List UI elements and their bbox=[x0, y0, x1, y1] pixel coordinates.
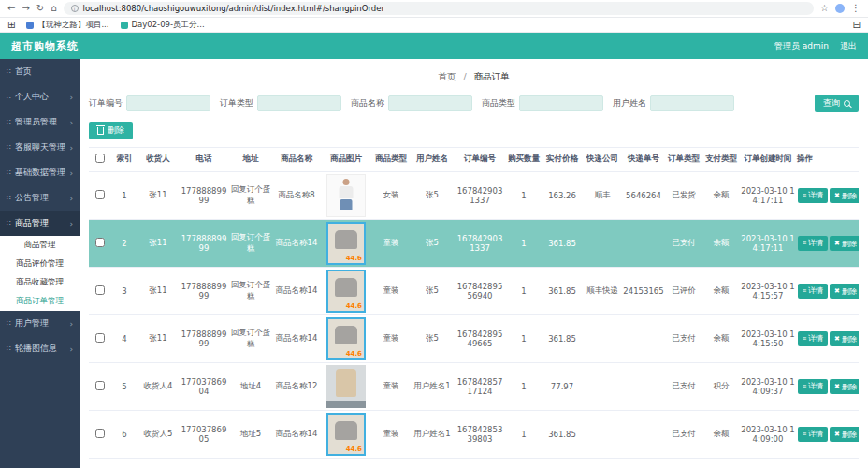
column-header: 快递单号 bbox=[622, 148, 665, 172]
select-all-checkbox[interactable] bbox=[95, 154, 105, 163]
browser-menu-icon[interactable]: ⋮ bbox=[851, 4, 861, 13]
delete-button[interactable]: ✖删除 bbox=[830, 427, 859, 442]
sidebar-item[interactable]: ∷首页 bbox=[0, 59, 80, 84]
cell-address: 回复订个蛋糕 bbox=[229, 220, 272, 268]
cell-express-company: 顺丰快递 bbox=[583, 268, 622, 315]
list-icon: ≡ bbox=[803, 240, 806, 246]
cell-product-name: 商品名称8 bbox=[272, 172, 321, 220]
sidebar-item[interactable]: ∷轮播图信息› bbox=[0, 336, 80, 361]
bookmark-item[interactable]: Day02-09-员工分... bbox=[121, 20, 205, 31]
product-image[interactable] bbox=[326, 365, 366, 408]
cell-pay-type: 余额 bbox=[702, 220, 740, 268]
sidebar-subitem[interactable]: 商品管理 bbox=[0, 236, 80, 255]
menu-grid-icon: ∷ bbox=[7, 67, 11, 76]
detail-button[interactable]: ≡详情 bbox=[798, 379, 828, 394]
detail-button[interactable]: ≡详情 bbox=[798, 236, 828, 251]
cell-price: 361.85 bbox=[542, 268, 583, 315]
cell-address: 回复订个蛋糕 bbox=[229, 315, 272, 363]
sidebar-item[interactable]: ∷商品管理› bbox=[0, 211, 80, 236]
site-info-icon[interactable]: i bbox=[71, 5, 79, 12]
cell-product-type: 童装 bbox=[371, 363, 411, 411]
cell-index: 1 bbox=[111, 172, 137, 220]
row-checkbox[interactable] bbox=[95, 429, 105, 438]
search-input[interactable] bbox=[257, 95, 341, 111]
row-checkbox[interactable] bbox=[95, 381, 105, 390]
detail-button[interactable]: ≡详情 bbox=[798, 427, 828, 442]
sidebar-subitem[interactable]: 商品评价管理 bbox=[0, 255, 80, 273]
cell-express-company: 顺丰 bbox=[583, 172, 622, 220]
breadcrumb-separator: / bbox=[463, 71, 466, 81]
product-image[interactable] bbox=[326, 270, 366, 313]
trash-icon: ✖ bbox=[834, 287, 840, 295]
cell-phone: 17788889999 bbox=[179, 315, 229, 363]
delete-button[interactable]: ✖删除 bbox=[830, 236, 859, 251]
forward-icon[interactable]: → bbox=[22, 4, 29, 13]
chevron-right-icon: › bbox=[69, 194, 73, 203]
detail-button[interactable]: ≡详情 bbox=[798, 188, 828, 203]
product-image[interactable] bbox=[326, 174, 366, 217]
delete-button[interactable]: ✖删除 bbox=[830, 379, 859, 394]
cell-user-name: 张5 bbox=[411, 220, 454, 268]
bookmark-favicon bbox=[121, 22, 128, 29]
breadcrumb-home[interactable]: 首页 bbox=[438, 71, 456, 81]
detail-button[interactable]: ≡详情 bbox=[798, 284, 828, 299]
cell-created: 2023-03-10 14:09:37 bbox=[740, 363, 796, 411]
column-header: 地址 bbox=[229, 148, 272, 172]
logout-button[interactable]: 退出 bbox=[840, 40, 857, 52]
menu-grid-icon: ∷ bbox=[7, 118, 11, 126]
sidebar-item[interactable]: ∷个人中心› bbox=[0, 84, 80, 110]
sidebar-item[interactable]: ∷客服聊天管理› bbox=[0, 135, 80, 160]
reading-list-icon[interactable]: ⊟ bbox=[853, 21, 861, 30]
product-image[interactable] bbox=[326, 413, 366, 456]
table-row: 2张1117788889999回复订个蛋糕商品名称14童装张5167842903… bbox=[89, 220, 859, 268]
search-button[interactable]: 查询 bbox=[815, 95, 859, 112]
sidebar-item[interactable]: ∷用户管理› bbox=[0, 311, 80, 336]
address-bar[interactable]: i localhost:8080/chaoshigouwuxitong/admi… bbox=[64, 2, 815, 15]
home-icon[interactable]: ⌂ bbox=[51, 4, 56, 13]
cell-express-company bbox=[583, 411, 622, 459]
refresh-icon[interactable]: ↻ bbox=[36, 4, 44, 13]
table-row: 4张1117788889999回复订个蛋糕商品名称14童装张5167842895… bbox=[89, 315, 859, 363]
sidebar-item[interactable]: ∷管理员管理› bbox=[0, 110, 80, 135]
table-header-row: 索引收货人电话地址商品名称商品图片商品类型用户姓名订单编号购买数量实付价格快递公… bbox=[89, 148, 859, 172]
cell-index: 2 bbox=[111, 220, 137, 268]
row-checkbox[interactable] bbox=[95, 333, 105, 343]
column-header: 商品名称 bbox=[272, 148, 321, 172]
back-icon[interactable]: ← bbox=[7, 4, 15, 13]
product-image[interactable] bbox=[326, 317, 366, 360]
sidebar-item[interactable]: ∷基础数据管理› bbox=[0, 160, 80, 185]
delete-button[interactable]: 删除 bbox=[89, 122, 133, 139]
search-input[interactable] bbox=[650, 95, 734, 111]
search-input[interactable] bbox=[126, 95, 210, 111]
chevron-right-icon: › bbox=[69, 168, 73, 178]
delete-button[interactable]: ✖删除 bbox=[830, 284, 859, 299]
delete-button[interactable]: ✖删除 bbox=[830, 188, 859, 203]
bookmark-star-icon[interactable]: ☆ bbox=[820, 4, 829, 13]
sidebar-subitem[interactable]: 商品收藏管理 bbox=[0, 273, 80, 292]
cell-user-name: 用户姓名1 bbox=[411, 411, 454, 459]
row-checkbox[interactable] bbox=[95, 285, 105, 295]
cell-phone: 17788889999 bbox=[179, 220, 229, 268]
cell-consignee: 张11 bbox=[137, 220, 179, 268]
cell-price: 361.85 bbox=[542, 315, 583, 363]
row-checkbox[interactable] bbox=[95, 238, 105, 247]
bookmarks-list: 【玩神之路】项目...Day02-09-员工分... bbox=[26, 20, 204, 31]
search-input[interactable] bbox=[519, 95, 603, 111]
row-checkbox[interactable] bbox=[95, 190, 105, 199]
menu-grid-icon: ∷ bbox=[7, 344, 11, 353]
cell-order-no: 16784285339803 bbox=[454, 411, 506, 459]
delete-button[interactable]: ✖删除 bbox=[830, 331, 859, 346]
bookmark-item[interactable]: 【玩神之路】项目... bbox=[26, 20, 108, 31]
cell-express-company bbox=[583, 315, 622, 363]
bookmarks-bar: ⊞ 【玩神之路】项目...Day02-09-员工分... ⊟ bbox=[0, 18, 868, 33]
column-header: 商品图片 bbox=[321, 148, 371, 172]
cell-product-type: 童装 bbox=[371, 268, 411, 315]
profile-avatar[interactable] bbox=[835, 4, 845, 13]
product-image[interactable] bbox=[326, 222, 366, 265]
search-input[interactable] bbox=[388, 95, 472, 111]
sidebar-subitem[interactable]: 商品订单管理 bbox=[0, 292, 80, 311]
sidebar-item[interactable]: ∷公告管理› bbox=[0, 185, 80, 211]
menu-grid-icon: ∷ bbox=[7, 143, 11, 152]
detail-button[interactable]: ≡详情 bbox=[798, 331, 828, 346]
apps-grid-icon[interactable]: ⊞ bbox=[7, 21, 15, 30]
